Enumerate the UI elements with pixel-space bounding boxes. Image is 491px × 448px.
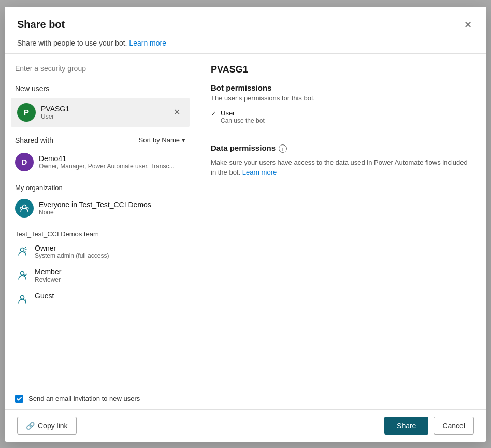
role-name: Guest	[35, 292, 185, 300]
modal-header: Share bot ✕	[5, 7, 486, 39]
role-desc: System admin (full access)	[35, 252, 185, 259]
role-info: Member Reviewer	[35, 268, 185, 283]
svg-point-5	[21, 295, 24, 299]
bot-permissions-desc: The user's permissions for this bot.	[211, 94, 472, 102]
shared-user-name: Demo41	[39, 154, 185, 163]
copy-link-button[interactable]: 🔗 Copy link	[17, 417, 77, 435]
user-role: User	[41, 113, 165, 120]
cancel-button[interactable]: Cancel	[434, 417, 474, 435]
list-item: D Demo41 Owner, Manager, Power Automate …	[5, 148, 196, 177]
perm-name: User	[221, 109, 265, 117]
right-panel-title: PVASG1	[211, 64, 472, 75]
user-info: PVASG1 User	[41, 105, 165, 120]
avatar: P	[17, 103, 36, 122]
user-name: PVASG1	[41, 105, 165, 113]
svg-point-2	[20, 207, 22, 209]
role-item-owner: Owner System admin (full access)	[5, 240, 196, 264]
right-panel: PVASG1 Bot permissions The user's permis…	[196, 54, 486, 409]
left-panel: New users P PVASG1 User ✕ Shared with So…	[5, 54, 196, 409]
email-checkbox-label: Send an email invitation to new users	[28, 395, 140, 402]
my-org-label: My organization	[5, 177, 196, 194]
data-learn-more-link[interactable]: Learn more	[242, 168, 277, 176]
data-permissions-title: Data permissions	[211, 143, 276, 152]
shared-with-header: Shared with Sort by Name ▾	[5, 129, 196, 148]
org-icon	[15, 199, 34, 218]
email-checkbox[interactable]	[15, 395, 23, 403]
shared-user-roles: Owner, Manager, Power Automate user, Tra…	[39, 163, 185, 170]
data-permissions-desc: Make sure your users have access to the …	[211, 157, 472, 178]
role-desc: Reviewer	[35, 276, 185, 283]
role-info: Owner System admin (full access)	[35, 244, 185, 259]
owner-icon	[15, 244, 30, 258]
modal-body: New users P PVASG1 User ✕ Shared with So…	[5, 53, 486, 409]
info-icon[interactable]: i	[279, 144, 287, 153]
perm-sub: Can use the bot	[221, 117, 265, 124]
org-role: None	[39, 209, 185, 216]
share-bot-modal: Share bot ✕ Share with people to use you…	[5, 7, 486, 442]
role-item-member: Member Reviewer	[5, 264, 196, 287]
footer-actions: Share Cancel	[384, 417, 474, 435]
learn-more-link[interactable]: Learn more	[129, 39, 166, 47]
role-name: Owner	[35, 244, 185, 252]
team-label: Test_Test_CCI Demos team	[5, 223, 196, 240]
copy-link-label: Copy link	[38, 422, 68, 430]
sort-button[interactable]: Sort by Name ▾	[139, 136, 185, 144]
svg-point-3	[21, 248, 24, 251]
role-info: Guest	[35, 292, 185, 300]
svg-point-4	[21, 271, 24, 275]
modal-title: Share bot	[17, 19, 65, 31]
security-group-input[interactable]	[15, 62, 185, 75]
search-area	[5, 54, 196, 79]
avatar: D	[15, 153, 34, 171]
svg-point-1	[26, 207, 28, 209]
org-info: Everyone in Test_Test_CCI Demos None	[39, 200, 185, 216]
member-icon	[15, 268, 30, 282]
permission-details: User Can use the bot	[221, 109, 265, 124]
sort-label: Sort by Name	[139, 136, 180, 144]
sort-chevron-icon: ▾	[182, 136, 185, 144]
guest-icon	[15, 292, 30, 306]
org-name: Everyone in Test_Test_CCI Demos	[39, 200, 185, 209]
permission-item: ✓ User Can use the bot	[211, 109, 472, 124]
new-users-label: New users	[5, 79, 196, 96]
close-button[interactable]: ✕	[462, 17, 474, 33]
share-button[interactable]: Share	[384, 417, 428, 435]
email-invitation-row: Send an email invitation to new users	[5, 388, 196, 409]
data-permissions-header: Data permissions i	[211, 143, 472, 154]
bot-permissions-title: Bot permissions	[211, 83, 472, 92]
new-user-item: P PVASG1 User ✕	[11, 98, 190, 127]
divider	[211, 134, 472, 134]
user-info: Demo41 Owner, Manager, Power Automate us…	[39, 154, 185, 170]
role-item-guest: Guest	[5, 287, 196, 310]
scroll-area: D Demo41 Owner, Manager, Power Automate …	[5, 148, 196, 388]
org-item: Everyone in Test_Test_CCI Demos None	[5, 194, 196, 223]
shared-with-label: Shared with	[15, 136, 53, 144]
modal-subtitle: Share with people to use your bot. Learn…	[5, 39, 486, 53]
link-icon: 🔗	[26, 422, 35, 430]
role-name: Member	[35, 268, 185, 276]
remove-user-button[interactable]: ✕	[170, 106, 183, 118]
modal-footer: 🔗 Copy link Share Cancel	[5, 409, 486, 442]
check-icon: ✓	[211, 110, 216, 118]
